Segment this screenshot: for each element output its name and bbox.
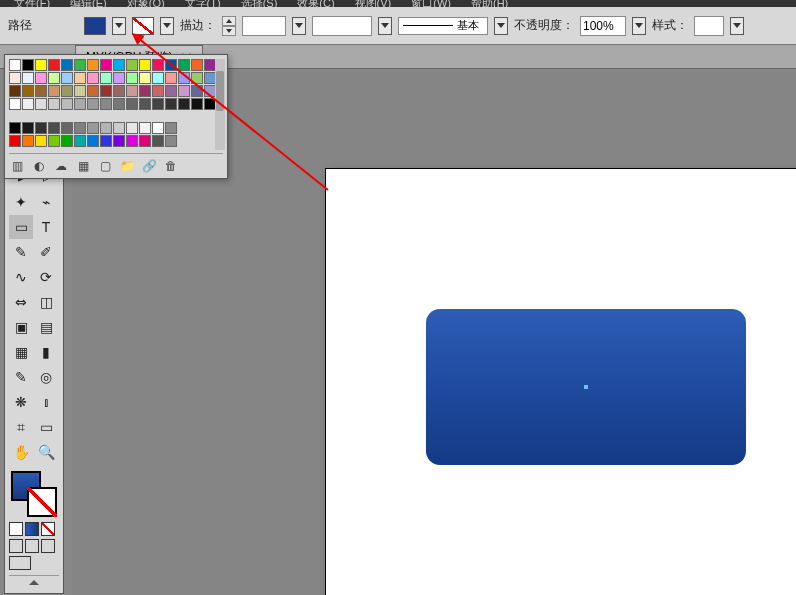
menu-item[interactable]: 文件(F) bbox=[4, 0, 60, 7]
menu-item[interactable]: 选择(S) bbox=[231, 0, 288, 7]
slice-tool[interactable]: ⌗ bbox=[9, 415, 33, 439]
show-kinds-icon[interactable]: ◐ bbox=[31, 158, 47, 174]
eyedropper-tool[interactable]: ✎ bbox=[9, 365, 33, 389]
swatch-cell[interactable] bbox=[100, 122, 112, 134]
swatch-cell[interactable] bbox=[9, 85, 21, 97]
swatch-cell[interactable] bbox=[61, 135, 73, 147]
swatch-cell[interactable] bbox=[35, 98, 47, 110]
swatch-cell[interactable] bbox=[113, 59, 125, 71]
new-swatch-icon[interactable]: ▢ bbox=[97, 158, 113, 174]
swatch-libraries-icon[interactable]: ▥ bbox=[9, 158, 25, 174]
swatch-cell[interactable] bbox=[61, 98, 73, 110]
swatch-cell[interactable] bbox=[48, 98, 60, 110]
draw-inside-icon[interactable] bbox=[41, 539, 55, 553]
swatch-cell[interactable] bbox=[61, 85, 73, 97]
collapse-handle[interactable] bbox=[9, 575, 59, 589]
rectangle-tool[interactable]: ▭ bbox=[9, 215, 33, 239]
mesh-tool[interactable]: ▦ bbox=[9, 340, 33, 364]
swatch-cell[interactable] bbox=[87, 98, 99, 110]
swatch-cell[interactable] bbox=[61, 59, 73, 71]
swatch-cell[interactable] bbox=[113, 122, 125, 134]
opacity-input[interactable] bbox=[580, 16, 626, 36]
symbol-sprayer-tool[interactable]: ❋ bbox=[9, 390, 33, 414]
swatch-cell[interactable] bbox=[61, 72, 73, 84]
blend-tool[interactable]: ◎ bbox=[34, 365, 58, 389]
swatch-cell[interactable] bbox=[9, 59, 21, 71]
swatch-cell[interactable] bbox=[22, 85, 34, 97]
free-transform-tool[interactable]: ▣ bbox=[9, 315, 33, 339]
swatch-cell[interactable] bbox=[9, 122, 21, 134]
swatch-cell[interactable] bbox=[87, 72, 99, 84]
new-group-icon[interactable]: ▦ bbox=[75, 158, 91, 174]
swatch-cell[interactable] bbox=[22, 135, 34, 147]
magic-wand-tool[interactable]: ✦ bbox=[9, 190, 33, 214]
perspective-tool[interactable]: ▤ bbox=[34, 315, 58, 339]
swatch-cell[interactable] bbox=[48, 85, 60, 97]
swatch-options-icon[interactable]: ☁ bbox=[53, 158, 69, 174]
menu-item[interactable]: 文字(T) bbox=[175, 0, 231, 7]
zoom-tool[interactable]: 🔍 bbox=[34, 440, 58, 464]
variable-width-dd[interactable] bbox=[378, 17, 392, 35]
swatch-cell[interactable] bbox=[100, 98, 112, 110]
swatch-cell[interactable] bbox=[74, 59, 86, 71]
swatch-cell[interactable] bbox=[113, 98, 125, 110]
pencil-tool[interactable]: ✐ bbox=[34, 240, 58, 264]
swatch-cell[interactable] bbox=[35, 85, 47, 97]
menu-item[interactable]: 编辑(E) bbox=[60, 0, 117, 7]
swatch-cell[interactable] bbox=[74, 85, 86, 97]
swatch-cell[interactable] bbox=[22, 122, 34, 134]
menu-item[interactable]: 窗口(W) bbox=[401, 0, 461, 7]
swatch-cell[interactable] bbox=[100, 72, 112, 84]
swatch-cell[interactable] bbox=[48, 135, 60, 147]
swatch-cell[interactable] bbox=[87, 85, 99, 97]
menu-item[interactable]: 对象(O) bbox=[117, 0, 175, 7]
swatch-cell[interactable] bbox=[48, 72, 60, 84]
column-graph-tool[interactable]: ⫾ bbox=[34, 390, 58, 414]
opacity-dd[interactable] bbox=[632, 17, 646, 35]
swatch-cell[interactable] bbox=[9, 135, 21, 147]
swatch-cell[interactable] bbox=[74, 98, 86, 110]
type-tool[interactable]: T bbox=[34, 215, 58, 239]
swatch-cell[interactable] bbox=[100, 85, 112, 97]
swatch-cell[interactable] bbox=[35, 59, 47, 71]
swatch-cell[interactable] bbox=[113, 135, 125, 147]
gradient-tool[interactable]: ▮ bbox=[34, 340, 58, 364]
swatch-cell[interactable] bbox=[61, 122, 73, 134]
draw-normal-icon[interactable] bbox=[9, 539, 23, 553]
swatch-cell[interactable] bbox=[35, 135, 47, 147]
swatch-cell[interactable] bbox=[74, 135, 86, 147]
hand-tool[interactable]: ✋ bbox=[9, 440, 33, 464]
brush-dd[interactable] bbox=[494, 17, 508, 35]
swatch-cell[interactable] bbox=[87, 59, 99, 71]
swatch-cell[interactable] bbox=[74, 122, 86, 134]
stroke-indicator[interactable] bbox=[27, 487, 57, 517]
fill-stroke-indicator[interactable] bbox=[9, 469, 57, 519]
screen-mode-icon[interactable] bbox=[9, 556, 31, 570]
swatch-cell[interactable] bbox=[87, 135, 99, 147]
paintbrush-tool[interactable]: ✎ bbox=[9, 240, 33, 264]
none-mode-icon[interactable] bbox=[41, 522, 55, 536]
swatch-cell[interactable] bbox=[22, 72, 34, 84]
swatch-cell[interactable] bbox=[74, 72, 86, 84]
graphic-style[interactable] bbox=[694, 16, 724, 36]
menu-item[interactable]: 效果(C) bbox=[287, 0, 344, 7]
gradient-mode-icon[interactable] bbox=[25, 522, 39, 536]
menu-item[interactable]: 帮助(H) bbox=[461, 0, 518, 7]
swatch-cell[interactable] bbox=[48, 59, 60, 71]
artboard-tool[interactable]: ▭ bbox=[34, 415, 58, 439]
swatch-cell[interactable] bbox=[22, 59, 34, 71]
swatch-cell[interactable] bbox=[22, 98, 34, 110]
lasso-tool[interactable]: ⌁ bbox=[34, 190, 58, 214]
draw-behind-icon[interactable] bbox=[25, 539, 39, 553]
swatch-cell[interactable] bbox=[9, 98, 21, 110]
swatch-cell[interactable] bbox=[35, 72, 47, 84]
swatch-cell[interactable] bbox=[100, 59, 112, 71]
swatch-cell[interactable] bbox=[35, 122, 47, 134]
swatch-cell[interactable] bbox=[48, 122, 60, 134]
rounded-rectangle-shape[interactable] bbox=[426, 309, 746, 465]
color-mode-icon[interactable] bbox=[9, 522, 23, 536]
curvature-tool[interactable]: ∿ bbox=[9, 265, 33, 289]
swatch-cell[interactable] bbox=[100, 135, 112, 147]
fill-swatch[interactable] bbox=[84, 17, 106, 35]
artboard[interactable] bbox=[326, 169, 796, 595]
